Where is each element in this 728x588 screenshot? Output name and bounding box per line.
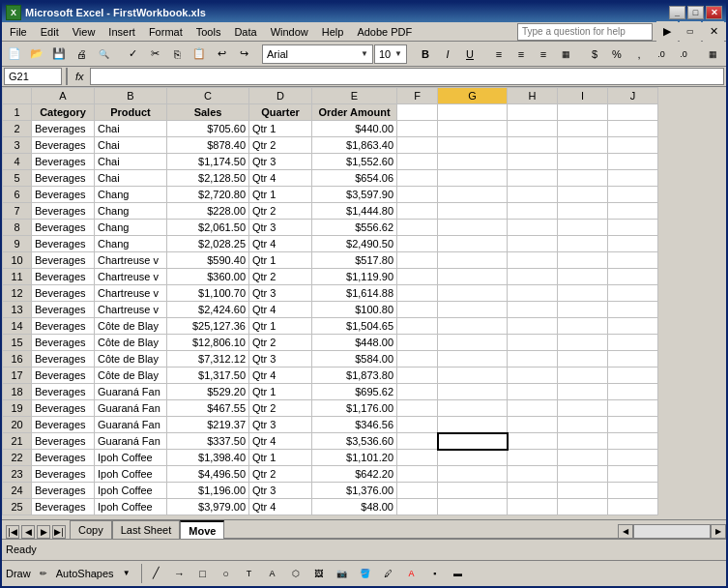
cell-E22[interactable]: $1,101.20: [312, 450, 397, 466]
hscroll-track[interactable]: [633, 524, 711, 539]
cell-A20[interactable]: Beverages: [32, 417, 95, 433]
cell-H16[interactable]: [508, 351, 558, 368]
cell-A2[interactable]: Beverages: [32, 121, 95, 137]
cell-E6[interactable]: $3,597.90: [312, 187, 397, 203]
menu-window[interactable]: Window: [265, 24, 314, 40]
cell-F24[interactable]: [397, 483, 438, 499]
cell-E4[interactable]: $1,552.60: [312, 154, 397, 170]
cell-I23[interactable]: [558, 466, 608, 483]
cell-A5[interactable]: Beverages: [32, 170, 95, 187]
cell-G7[interactable]: [438, 203, 508, 220]
cell-H1[interactable]: [508, 104, 558, 121]
cell-J13[interactable]: [608, 302, 658, 318]
cell-H6[interactable]: [508, 187, 558, 203]
3d-tool[interactable]: ▬: [448, 563, 469, 584]
cell-H14[interactable]: [508, 318, 558, 335]
cell-C6[interactable]: $2,720.80: [167, 187, 249, 203]
cell-C12[interactable]: $1,100.70: [167, 285, 249, 302]
currency-button[interactable]: $: [584, 44, 605, 65]
cell-B20[interactable]: Guaraná Fan: [95, 417, 167, 433]
decrease-decimal-button[interactable]: .0: [673, 44, 694, 65]
cell-A16[interactable]: Beverages: [32, 351, 95, 368]
cell-D22[interactable]: Qtr 1: [249, 450, 312, 466]
cell-J17[interactable]: [608, 368, 658, 384]
cell-F23[interactable]: [397, 466, 438, 483]
cell-H9[interactable]: [508, 236, 558, 252]
increase-decimal-button[interactable]: .0: [651, 44, 672, 65]
cell-C2[interactable]: $705.60: [167, 121, 249, 137]
cell-A22[interactable]: Beverages: [32, 450, 95, 466]
copy-button[interactable]: ⎘: [166, 44, 188, 65]
cell-F7[interactable]: [397, 203, 438, 220]
help-arrow-btn[interactable]: ▶: [656, 21, 678, 43]
cell-G4[interactable]: [438, 154, 508, 170]
cell-A1[interactable]: Category: [32, 104, 95, 121]
cell-F4[interactable]: [397, 154, 438, 170]
col-header-B[interactable]: B: [95, 88, 167, 104]
cell-H19[interactable]: [508, 400, 558, 417]
cell-I13[interactable]: [558, 302, 608, 318]
cell-G6[interactable]: [438, 187, 508, 203]
preview-button[interactable]: 🔍: [93, 44, 114, 65]
cell-C21[interactable]: $337.50: [167, 433, 249, 450]
cell-A18[interactable]: Beverages: [32, 384, 95, 400]
cell-H2[interactable]: [508, 121, 558, 137]
save-button[interactable]: 💾: [48, 44, 70, 65]
cell-C20[interactable]: $219.37: [167, 417, 249, 433]
cell-B9[interactable]: Chang: [95, 236, 167, 252]
cell-G10[interactable]: [438, 252, 508, 269]
cell-D9[interactable]: Qtr 4: [249, 236, 312, 252]
cell-J14[interactable]: [608, 318, 658, 335]
cell-I12[interactable]: [558, 285, 608, 302]
cell-C23[interactable]: $4,496.50: [167, 466, 249, 483]
cell-J22[interactable]: [608, 450, 658, 466]
cell-H20[interactable]: [508, 417, 558, 433]
cell-A9[interactable]: Beverages: [32, 236, 95, 252]
cell-F21[interactable]: [397, 433, 438, 450]
cell-C13[interactable]: $2,424.60: [167, 302, 249, 318]
cell-G13[interactable]: [438, 302, 508, 318]
new-button[interactable]: 📄: [4, 44, 25, 65]
cell-D17[interactable]: Qtr 4: [249, 368, 312, 384]
cell-H7[interactable]: [508, 203, 558, 220]
fill-color-button[interactable]: A▾: [724, 44, 728, 65]
cell-D8[interactable]: Qtr 3: [249, 220, 312, 236]
cell-F18[interactable]: [397, 384, 438, 400]
cell-I19[interactable]: [558, 400, 608, 417]
cell-G14[interactable]: [438, 318, 508, 335]
picture-tool[interactable]: 📷: [332, 563, 353, 584]
cell-J19[interactable]: [608, 400, 658, 417]
cell-D2[interactable]: Qtr 1: [249, 121, 312, 137]
cell-D20[interactable]: Qtr 3: [249, 417, 312, 433]
cell-E19[interactable]: $1,176.00: [312, 400, 397, 417]
cell-I22[interactable]: [558, 450, 608, 466]
cell-J10[interactable]: [608, 252, 658, 269]
hscroll-left-button[interactable]: ◀: [618, 524, 633, 539]
redo-button[interactable]: ↪: [233, 44, 254, 65]
cell-G12[interactable]: [438, 285, 508, 302]
cell-D21[interactable]: Qtr 4: [249, 433, 312, 450]
align-left-button[interactable]: ≡: [488, 44, 510, 65]
menu-edit[interactable]: Edit: [35, 24, 65, 40]
cell-G9[interactable]: [438, 236, 508, 252]
cell-G19[interactable]: [438, 400, 508, 417]
cell-E21[interactable]: $3,536.60: [312, 433, 397, 450]
cell-C3[interactable]: $878.40: [167, 137, 249, 154]
cell-B16[interactable]: Côte de Blay: [95, 351, 167, 368]
cell-I10[interactable]: [558, 252, 608, 269]
cell-E18[interactable]: $695.62: [312, 384, 397, 400]
cell-C7[interactable]: $228.00: [167, 203, 249, 220]
cell-J3[interactable]: [608, 137, 658, 154]
cell-G15[interactable]: [438, 335, 508, 351]
cell-B12[interactable]: Chartreuse v: [95, 285, 167, 302]
cell-A8[interactable]: Beverages: [32, 220, 95, 236]
cell-B17[interactable]: Côte de Blay: [95, 368, 167, 384]
tab-first-button[interactable]: |◀: [6, 525, 19, 539]
cell-H11[interactable]: [508, 269, 558, 285]
cell-D6[interactable]: Qtr 1: [249, 187, 312, 203]
cell-E5[interactable]: $654.06: [312, 170, 397, 187]
cell-B19[interactable]: Guaraná Fan: [95, 400, 167, 417]
arrow-tool[interactable]: →: [169, 563, 190, 584]
cell-J25[interactable]: [608, 499, 658, 515]
line-color-tool[interactable]: 🖊: [378, 563, 399, 584]
